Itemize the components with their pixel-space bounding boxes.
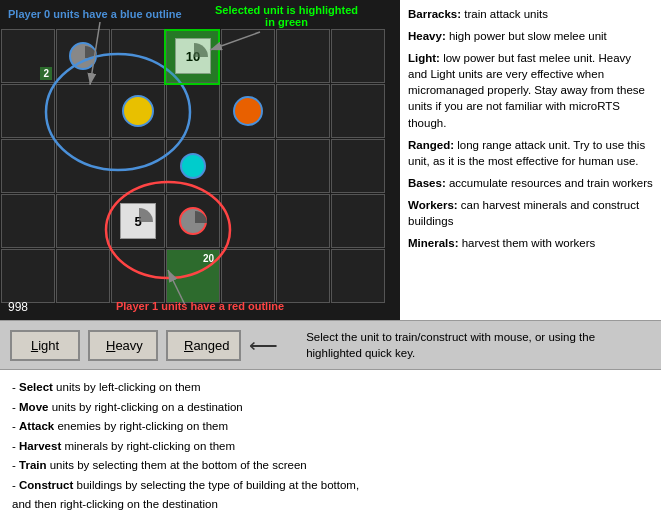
- toolbar: Light Heavy Ranged ⟵ Select the unit to …: [0, 320, 661, 370]
- main-container: Player 0 units have a blue outline Selec…: [0, 0, 661, 512]
- cell-2-5[interactable]: [276, 139, 330, 193]
- cell-3-5[interactable]: [276, 194, 330, 248]
- minerals-label: Minerals:: [408, 237, 459, 249]
- toolbar-hint: Select the unit to train/construct with …: [306, 329, 651, 361]
- cell-1-5[interactable]: [276, 84, 330, 138]
- unit-worker-p0[interactable]: [180, 153, 206, 179]
- cell-2-1[interactable]: [56, 139, 110, 193]
- harvest-text: minerals by right-clicking on them: [61, 440, 235, 452]
- instruction-select: - Select units by left-clicking on them: [12, 378, 649, 398]
- attack-text: enemies by right-clicking on them: [54, 420, 228, 432]
- player1-label: Player 1 units have a red outline: [116, 300, 284, 312]
- bases-label: Bases:: [408, 177, 446, 189]
- bases-text: accumulate resources and train workers: [446, 177, 653, 189]
- cell-1-4[interactable]: [221, 84, 275, 138]
- resource-label: 998: [8, 300, 28, 314]
- heavy-hotkey: H: [106, 338, 115, 353]
- instruction-train: - Train units by selecting them at the b…: [12, 456, 649, 476]
- info-minerals: Minerals: harvest them with workers: [408, 235, 653, 251]
- info-barracks: Barracks: train attack units: [408, 6, 653, 22]
- player0-label: Player 0 units have a blue outline: [8, 8, 182, 20]
- light-rest: ight: [38, 338, 59, 353]
- cell-3-4[interactable]: [221, 194, 275, 248]
- ranged-button[interactable]: Ranged: [166, 330, 241, 361]
- train-text: units by selecting them at the bottom of…: [47, 459, 307, 471]
- cell-2-3[interactable]: [166, 139, 220, 193]
- minerals-text: harvest them with workers: [459, 237, 596, 249]
- train-bold: Train: [19, 459, 46, 471]
- game-area[interactable]: Player 0 units have a blue outline Selec…: [0, 0, 400, 320]
- instruction-harvest: - Harvest minerals by right-clicking on …: [12, 437, 649, 457]
- instruction-construct: - Construct buildings by selecting the t…: [12, 476, 649, 496]
- unit-light-p0[interactable]: [122, 95, 154, 127]
- cell-1-1[interactable]: [56, 84, 110, 138]
- cell-0-4[interactable]: [221, 29, 275, 83]
- cell-4-0[interactable]: [1, 249, 55, 303]
- light-button[interactable]: Light: [10, 330, 80, 361]
- cell-0-6[interactable]: [331, 29, 385, 83]
- light-text: low power but fast melee unit. Heavy and…: [408, 52, 645, 128]
- cell-4-2[interactable]: [111, 249, 165, 303]
- info-ranged: Ranged: long range attack unit. Try to u…: [408, 137, 653, 169]
- instruction-move: - Move units by right-clicking on a dest…: [12, 398, 649, 418]
- info-bases: Bases: accumulate resources and train wo…: [408, 175, 653, 191]
- light-label: Light:: [408, 52, 440, 64]
- mineral-count: 20: [200, 252, 217, 265]
- resource-count: 2: [40, 67, 52, 80]
- ranged-hotkey: R: [184, 338, 193, 353]
- cell-4-4[interactable]: [221, 249, 275, 303]
- cell-2-6[interactable]: [331, 139, 385, 193]
- info-heavy: Heavy: high power but slow melee unit: [408, 28, 653, 44]
- heavy-text: high power but slow melee unit: [446, 30, 607, 42]
- cell-1-2[interactable]: [111, 84, 165, 138]
- unit-base-p1[interactable]: 5: [120, 203, 156, 239]
- move-text: units by right-clicking on a destination: [48, 401, 242, 413]
- cell-1-3[interactable]: [166, 84, 220, 138]
- harvest-bold: Harvest: [19, 440, 61, 452]
- instruction-construct-cont: and then right-clicking on the destinati…: [12, 495, 649, 512]
- cell-0-1[interactable]: [56, 29, 110, 83]
- cell-2-4[interactable]: [221, 139, 275, 193]
- cell-1-6[interactable]: [331, 84, 385, 138]
- top-section: Player 0 units have a blue outline Selec…: [0, 0, 661, 320]
- cell-3-6[interactable]: [331, 194, 385, 248]
- cell-4-5[interactable]: [276, 249, 330, 303]
- ranged-label: Ranged:: [408, 139, 454, 151]
- cell-2-2[interactable]: [111, 139, 165, 193]
- heavy-label: Heavy:: [408, 30, 446, 42]
- construct-cont-text: and then right-clicking on the destinati…: [12, 498, 218, 510]
- cell-4-6[interactable]: [331, 249, 385, 303]
- unit-base-selected[interactable]: 10: [175, 38, 211, 74]
- info-panel: Barracks: train attack units Heavy: high…: [400, 0, 661, 320]
- cell-4-1[interactable]: [56, 249, 110, 303]
- cell-3-1[interactable]: [56, 194, 110, 248]
- instruction-attack: - Attack enemies by right-clicking on th…: [12, 417, 649, 437]
- arrow-icon: ⟵: [249, 333, 278, 357]
- unit-ranged-p0[interactable]: [233, 96, 263, 126]
- selected-label: Selected unit is highlighted in green: [215, 4, 358, 28]
- cell-0-2[interactable]: [111, 29, 165, 83]
- attack-bold: Attack: [19, 420, 54, 432]
- cell-3-2[interactable]: 5: [111, 194, 165, 248]
- game-board[interactable]: 2 10: [0, 28, 386, 304]
- info-workers: Workers: can harvest minerals and constr…: [408, 197, 653, 229]
- cell-1-0[interactable]: [1, 84, 55, 138]
- unit-heavy-p1[interactable]: [179, 207, 207, 235]
- instructions-panel: - Select units by left-clicking on them …: [0, 370, 661, 512]
- ranged-rest: anged: [193, 338, 229, 353]
- move-bold: Move: [19, 401, 48, 413]
- barracks-label: Barracks:: [408, 8, 461, 20]
- cell-4-3-mineral[interactable]: 20: [166, 249, 220, 303]
- heavy-button[interactable]: Heavy: [88, 330, 158, 361]
- cell-0-0[interactable]: 2: [1, 29, 55, 83]
- cell-3-0[interactable]: [1, 194, 55, 248]
- cell-3-3[interactable]: [166, 194, 220, 248]
- unit-heavy-p0[interactable]: [69, 42, 97, 70]
- cell-2-0[interactable]: [1, 139, 55, 193]
- barracks-text: train attack units: [461, 8, 548, 20]
- workers-label: Workers:: [408, 199, 458, 211]
- cell-0-5[interactable]: [276, 29, 330, 83]
- select-text: units by left-clicking on them: [53, 381, 201, 393]
- info-light: Light: low power but fast melee unit. He…: [408, 50, 653, 130]
- cell-0-3-selected[interactable]: 10: [166, 29, 220, 83]
